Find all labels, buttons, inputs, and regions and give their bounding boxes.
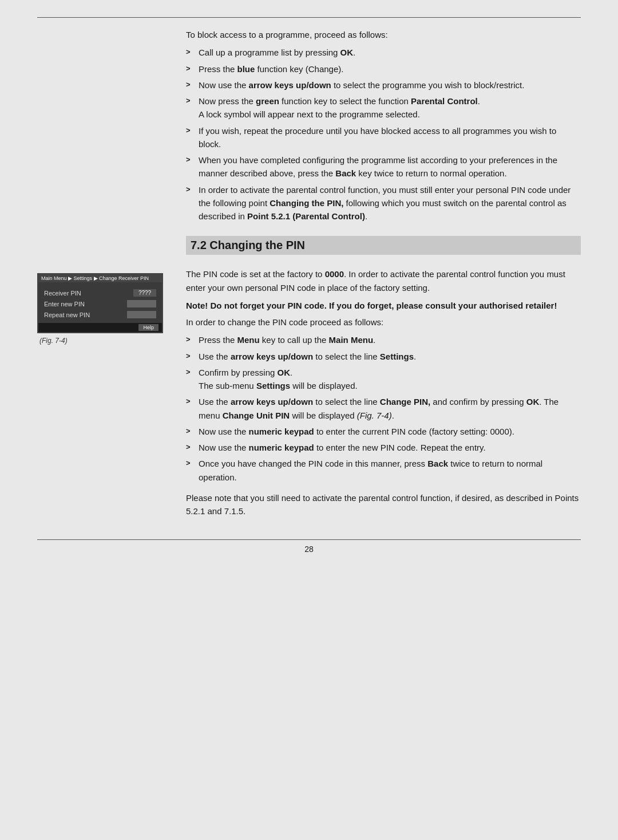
bullet-text: Use the arrow keys up/down to select the… xyxy=(199,395,581,422)
num-bold: numeric keypad xyxy=(249,427,314,436)
bullet-arrow: > xyxy=(186,396,193,407)
help-button: Help xyxy=(138,324,159,331)
green-bold: green xyxy=(256,96,279,106)
bullet-text: Now press the green function key to sele… xyxy=(199,94,581,121)
zero-bold: 0000 xyxy=(325,269,344,279)
parental-bold: Parental Control xyxy=(411,96,478,106)
top-rule xyxy=(37,17,581,18)
bullet-arrow: > xyxy=(186,458,193,469)
bullet-text: Confirm by pressing OK.The sub-menu Sett… xyxy=(199,366,581,393)
page-number: 28 xyxy=(304,545,314,554)
list-item: > Now press the green function key to se… xyxy=(186,94,581,121)
bullet-arrow: > xyxy=(186,125,193,136)
bullet-text: In order to activate the parental contro… xyxy=(199,183,581,223)
bullet-arrow: > xyxy=(186,334,193,345)
arrow-bold3: arrow keys up/down xyxy=(231,397,313,407)
screen-footer: Help xyxy=(38,323,162,332)
bullet-arrow: > xyxy=(186,154,193,165)
section-heading: 7.2 Changing the PIN xyxy=(186,236,581,255)
list-item: > Press the blue function key (Change). xyxy=(186,62,581,76)
list-item: > Once you have changed the PIN code in … xyxy=(186,457,581,484)
list-item: > In order to activate the parental cont… xyxy=(186,183,581,223)
fig-caption: (Fig. 7-4) xyxy=(39,337,68,345)
bullet-arrow: > xyxy=(186,350,193,362)
list-item: > Now use the arrow keys up/down to sele… xyxy=(186,78,581,92)
bullet-arrow: > xyxy=(186,441,193,453)
receiver-pin-label: Receiver PIN xyxy=(44,290,81,297)
page-number-row: 28 xyxy=(37,545,581,554)
right-col-top: To block access to a programme, proceed … xyxy=(186,28,581,230)
repeat-new-value xyxy=(127,311,156,318)
bullet-text: Now use the numeric keypad to enter the … xyxy=(199,425,581,438)
list-item: > Now use the numeric keypad to enter th… xyxy=(186,425,581,438)
screen-titlebar: Main Menu ▶ Settings ▶ Change Receiver P… xyxy=(38,274,162,282)
page-container: To block access to a programme, proceed … xyxy=(0,0,618,840)
bullet-text: Use the arrow keys up/down to select the… xyxy=(199,350,581,363)
list-item: > When you have completed configuring th… xyxy=(186,153,581,180)
bullet-text: Call up a programme list by pressing OK. xyxy=(199,46,581,59)
left-col-heading xyxy=(37,236,186,262)
top-bullet-list: > Call up a programme list by pressing O… xyxy=(186,46,581,226)
bullet-arrow: > xyxy=(186,366,193,378)
bullet-text: If you wish, repeat the procedure until … xyxy=(199,124,581,151)
main-two-col: Main Menu ▶ Settings ▶ Change Receiver P… xyxy=(37,267,581,522)
ok-bold3: OK xyxy=(526,397,540,407)
list-item: > Press the Menu key to call up the Main… xyxy=(186,333,581,346)
enter-new-label: Enter new PIN xyxy=(44,301,85,307)
bullet-text: Once you have changed the PIN code in th… xyxy=(199,457,581,484)
ok-bold: OK xyxy=(340,48,354,57)
top-intro-text: To block access to a programme, proceed … xyxy=(186,28,581,41)
bullet-arrow: > xyxy=(186,95,193,107)
bullet-text: Now use the numeric keypad to enter the … xyxy=(199,441,581,454)
repeat-new-label: Repeat new PIN xyxy=(44,311,90,318)
settings-bold2: Settings xyxy=(256,381,290,391)
section-heading-row: 7.2 Changing the PIN xyxy=(37,236,581,262)
menu-bold: Menu xyxy=(237,335,260,345)
screen-row-receiver: Receiver PIN ???? xyxy=(44,289,156,297)
back-bold: Back xyxy=(335,168,356,178)
screen-row-enter: Enter new PIN xyxy=(44,300,156,307)
top-section: To block access to a programme, proceed … xyxy=(37,28,581,230)
bullet-text: Press the blue function key (Change). xyxy=(199,62,581,76)
content-area: To block access to a programme, proceed … xyxy=(37,0,581,571)
settings-bold: Settings xyxy=(380,352,414,361)
num-bold2: numeric keypad xyxy=(249,443,314,452)
receiver-pin-value: ???? xyxy=(133,289,156,297)
bullet-text: Press the Menu key to call up the Main M… xyxy=(199,333,581,346)
main-menu-bold: Main Menu xyxy=(329,335,374,345)
right-col-main: The PIN code is set at the factory to 00… xyxy=(186,267,581,522)
point-bold: Point 5.2.1 (Parental Control) xyxy=(247,211,365,221)
enter-new-value xyxy=(127,300,156,307)
changing-pin-bold: Changing the PIN, xyxy=(270,198,343,208)
fig-ref: (Fig. 7-4) xyxy=(357,411,392,420)
blue-text: blue xyxy=(237,64,255,74)
bullet-text: Now use the arrow keys up/down to select… xyxy=(199,78,581,92)
list-item: > Call up a programme list by pressing O… xyxy=(186,46,581,59)
left-col-top xyxy=(37,28,186,230)
device-screen: Main Menu ▶ Settings ▶ Change Receiver P… xyxy=(37,273,163,333)
bullet-text: When you have completed configuring the … xyxy=(199,153,581,180)
bullet-arrow: > xyxy=(186,63,193,74)
list-item: > Confirm by pressing OK.The sub-menu Se… xyxy=(186,366,581,393)
bullet-arrow: > xyxy=(186,184,193,195)
note-text: Note! Do not forget your PIN code. If yo… xyxy=(186,299,581,312)
arrow-bold2: arrow keys up/down xyxy=(231,352,313,361)
bullet-arrow: > xyxy=(186,425,193,437)
bullet-arrow: > xyxy=(186,46,193,58)
change-intro: In order to change the PIN code proceed … xyxy=(186,316,581,329)
change-pin-bold: Change PIN, xyxy=(380,397,430,407)
back-bold2: Back xyxy=(427,459,448,468)
screen-body: Receiver PIN ???? Enter new PIN Repeat n… xyxy=(38,282,162,323)
list-item: > Now use the numeric keypad to enter th… xyxy=(186,441,581,454)
bottom-rule xyxy=(37,539,581,540)
list-item: > If you wish, repeat the procedure unti… xyxy=(186,124,581,151)
change-bullet-list: > Press the Menu key to call up the Main… xyxy=(186,333,581,487)
right-col-heading: 7.2 Changing the PIN xyxy=(186,236,581,262)
bullet-arrow: > xyxy=(186,79,193,90)
intro-para: The PIN code is set at the factory to 00… xyxy=(186,267,581,294)
list-item: > Use the arrow keys up/down to select t… xyxy=(186,395,581,422)
footer-para: Please note that you still need to activ… xyxy=(186,491,581,518)
change-unit-bold: Change Unit PIN xyxy=(223,411,290,420)
left-col-main: Main Menu ▶ Settings ▶ Change Receiver P… xyxy=(37,267,186,522)
arrow-bold: arrow keys up/down xyxy=(249,80,331,90)
